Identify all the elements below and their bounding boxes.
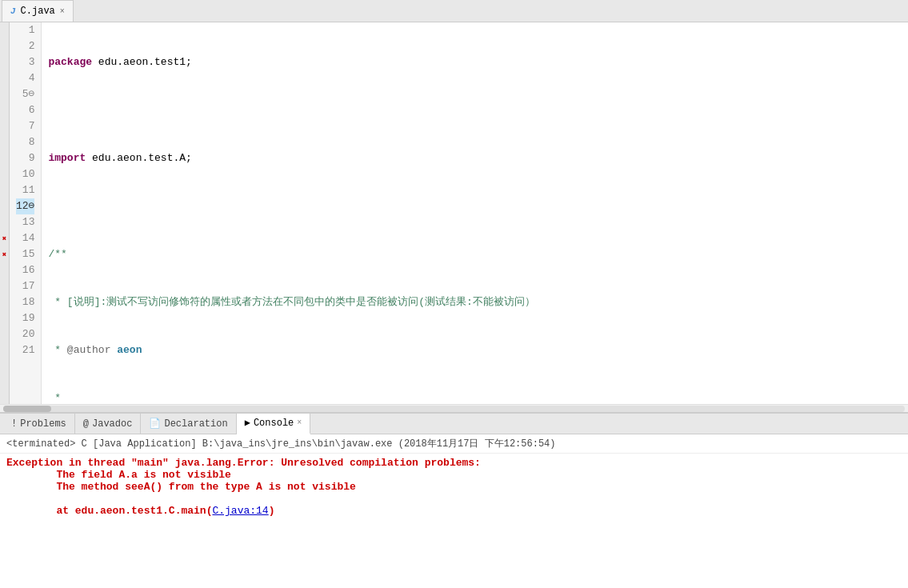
horizontal-scrollbar[interactable] (0, 404, 908, 412)
marker-3 (0, 54, 9, 70)
console-line-1: Exception in thread "main" java.lang.Err… (6, 457, 902, 469)
ln-5: 5⊖ (16, 86, 34, 102)
code-line-3: import edu.aeon.test.A; (48, 150, 908, 166)
ln-7: 7 (16, 118, 34, 134)
line-number-gutter: 1 2 3 4 5⊖ 6 7 8 9 10 11 12⊖ 13 14 15 16… (10, 22, 42, 404)
marker-19 (0, 310, 9, 326)
ln-20: 20 (16, 326, 34, 342)
error-text-2: The field A.a is not visible (6, 469, 231, 481)
marker-17 (0, 278, 9, 294)
console-line-5: at edu.aeon.test1.C.main(C.java:14) (6, 505, 902, 517)
declaration-label: Declaration (164, 418, 227, 430)
marker-15: ✖ (0, 246, 9, 262)
console-line-2: The field A.a is not visible (6, 469, 902, 481)
console-tab-close[interactable]: × (297, 418, 302, 427)
marker-6 (0, 102, 9, 118)
code-container[interactable]: ✖ ✖ 1 2 3 4 5⊖ 6 7 8 9 10 11 12⊖ 13 14 1… (0, 22, 908, 404)
error-text-5: at edu.aeon.test1.C.main( (6, 505, 212, 517)
console-label: Console (254, 418, 294, 429)
marker-10 (0, 166, 9, 182)
marker-8 (0, 134, 9, 150)
ln-12: 12⊖ (16, 198, 34, 214)
panel-status-bar: <terminated> C [Java Application] B:\jav… (0, 434, 908, 454)
marker-14: ✖ (0, 230, 9, 246)
javadoc-icon: @ (83, 418, 89, 430)
code-line-7: * @author aeon (48, 342, 908, 358)
error-text-1: Exception in thread "main" java.lang.Err… (6, 457, 481, 469)
marker-9 (0, 150, 9, 166)
code-line-2 (48, 102, 908, 118)
ln-14: 14 (16, 230, 34, 246)
ln-15: 15 (16, 246, 34, 262)
file-tab[interactable]: J C.java × (2, 0, 74, 22)
javadoc-label: Javadoc (92, 418, 132, 430)
tab-console[interactable]: ▶ Console × (237, 414, 311, 434)
marker-1 (0, 22, 9, 38)
code-line-1: package edu.aeon.test1; (48, 54, 908, 70)
marker-5 (0, 86, 9, 102)
ln-16: 16 (16, 262, 34, 278)
code-editor[interactable]: package edu.aeon.test1; import edu.aeon.… (42, 22, 908, 404)
editor-area: ✖ ✖ 1 2 3 4 5⊖ 6 7 8 9 10 11 12⊖ 13 14 1… (0, 22, 908, 412)
ln-17: 17 (16, 278, 34, 294)
ln-9: 9 (16, 150, 34, 166)
tab-label: C.java (21, 6, 55, 17)
bottom-panel: ! Problems @ Javadoc 📄 Declaration ▶ Con… (0, 412, 908, 588)
tab-icon: J (10, 6, 16, 16)
code-line-8: * (48, 390, 908, 404)
ln-18: 18 (16, 294, 34, 310)
marker-2 (0, 38, 9, 54)
ln-2: 2 (16, 38, 34, 54)
close-icon[interactable]: × (60, 7, 65, 16)
code-line-6: * [说明]:测试不写访问修饰符的属性或者方法在不同包中的类中是否能被访问(测试… (48, 294, 908, 310)
code-line-4 (48, 198, 908, 214)
marker-20 (0, 326, 9, 342)
editor-tab-bar: J C.java × (0, 0, 908, 22)
marker-4 (0, 70, 9, 86)
ln-10: 10 (16, 166, 34, 182)
marker-16 (0, 262, 9, 278)
code-line-5: /** (48, 246, 908, 262)
ln-1: 1 (16, 22, 34, 38)
ln-19: 19 (16, 310, 34, 326)
ln-11: 11 (16, 182, 34, 198)
source-link[interactable]: C.java:14 (212, 505, 268, 517)
console-line-4 (6, 493, 902, 505)
marker-13 (0, 214, 9, 230)
error-text-3: The method seeA() from the type A is not… (6, 481, 356, 493)
tab-declaration[interactable]: 📄 Declaration (141, 414, 236, 434)
scrollbar-track[interactable] (3, 406, 905, 412)
ln-4: 4 (16, 70, 34, 86)
error-suffix: ) (269, 505, 275, 517)
status-text: <terminated> C [Java Application] B:\jav… (6, 438, 556, 450)
ln-13: 13 (16, 214, 34, 230)
problems-icon: ! (11, 418, 17, 430)
ln-21: 21 (16, 342, 34, 358)
ln-8: 8 (16, 134, 34, 150)
ln-3: 3 (16, 54, 34, 70)
ln-6: 6 (16, 102, 34, 118)
problems-label: Problems (20, 418, 66, 430)
marker-21 (0, 342, 9, 358)
tab-javadoc[interactable]: @ Javadoc (75, 414, 142, 434)
console-output: Exception in thread "main" java.lang.Err… (0, 454, 908, 588)
marker-12 (0, 198, 9, 214)
scrollbar-thumb[interactable] (3, 406, 51, 412)
console-icon: ▶ (245, 417, 250, 429)
tab-problems[interactable]: ! Problems (3, 414, 75, 434)
marker-11 (0, 182, 9, 198)
console-line-3: The method seeA() from the type A is not… (6, 481, 902, 493)
declaration-icon: 📄 (149, 418, 161, 430)
marker-18 (0, 294, 9, 310)
panel-tab-bar: ! Problems @ Javadoc 📄 Declaration ▶ Con… (0, 414, 908, 434)
marker-7 (0, 118, 9, 134)
error-marker-gutter: ✖ ✖ (0, 22, 10, 404)
